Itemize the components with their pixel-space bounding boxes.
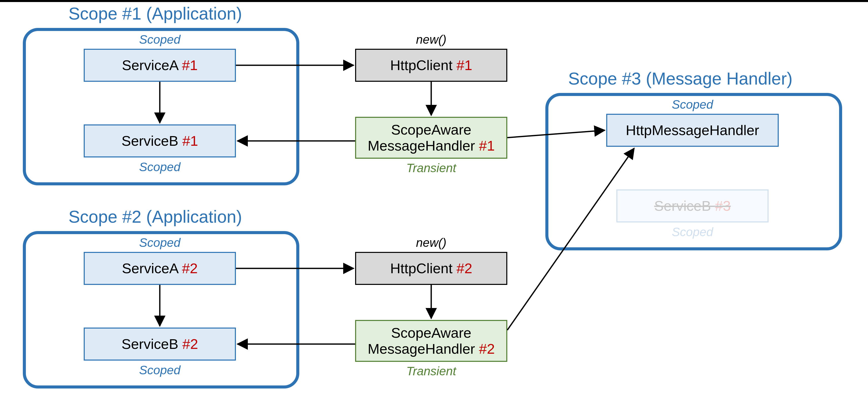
scope3-svcB3-lifetime: Scoped — [667, 225, 718, 239]
box-serviceB3-content: ServiceB #3 — [654, 198, 731, 214]
samh2-lifetime: Transient — [403, 364, 459, 378]
scope3-hmh-lifetime: Scoped — [667, 97, 718, 112]
box-serviceA1-num: #1 — [182, 57, 197, 74]
box-httpclient2: HttpClient #2 — [355, 252, 507, 285]
box-serviceB3-num: #3 — [715, 198, 731, 214]
box-samh1-content: ScopeAware MessageHandler #1 — [368, 122, 495, 154]
box-serviceB3-text: ServiceB — [654, 198, 715, 214]
box-samh2-line1: ScopeAware — [391, 325, 471, 341]
top-border — [0, 0, 868, 2]
scope3-title: Scope #3 (Message Handler) — [568, 68, 793, 88]
http2-new-label: new() — [416, 236, 446, 250]
scope2-svcA-lifetime: Scoped — [134, 236, 185, 250]
box-httpclient1-text: HttpClient — [390, 57, 456, 74]
box-serviceB1: ServiceB #1 — [84, 124, 236, 157]
box-serviceA2: ServiceA #2 — [84, 252, 236, 285]
box-samh2-num: #2 — [479, 341, 495, 357]
box-hmh-text: HttpMessageHandler — [626, 122, 759, 138]
box-serviceA2-num: #2 — [182, 261, 197, 277]
box-httpclient1-num: #1 — [457, 57, 472, 74]
scope1-title: Scope #1 (Application) — [68, 4, 242, 23]
scope2-svcB-lifetime: Scoped — [134, 363, 185, 377]
box-serviceB1-num: #1 — [182, 133, 198, 149]
box-httpclient2-text: HttpClient — [390, 261, 456, 277]
scope1-svcB-lifetime: Scoped — [134, 160, 185, 174]
diagram-canvas: Scope #1 (Application) Scoped ServiceA #… — [0, 0, 868, 405]
box-serviceB2: ServiceB #2 — [84, 327, 236, 360]
box-samh1-num: #1 — [479, 138, 495, 154]
scope1-svcA-lifetime: Scoped — [134, 32, 185, 47]
box-httpclient1: HttpClient #1 — [355, 49, 507, 82]
box-samh1-line1: ScopeAware — [391, 122, 471, 138]
box-serviceA1: ServiceA #1 — [84, 49, 236, 82]
box-samh2-content: ScopeAware MessageHandler #2 — [368, 325, 495, 357]
box-serviceB2-num: #2 — [182, 336, 198, 352]
box-serviceB3-faded: ServiceB #3 — [616, 190, 769, 223]
box-serviceB2-text: ServiceB — [122, 336, 182, 352]
box-scopeaware-mh1: ScopeAware MessageHandler #1 — [355, 117, 507, 159]
scope2-title: Scope #2 (Application) — [68, 207, 242, 227]
box-samh2-line2a: MessageHandler — [368, 341, 479, 357]
samh1-lifetime: Transient — [403, 161, 459, 175]
box-serviceB1-text: ServiceB — [122, 133, 182, 149]
box-httpmessagehandler: HttpMessageHandler — [606, 114, 779, 147]
box-httpclient2-num: #2 — [457, 261, 472, 277]
box-serviceA2-text: ServiceA — [122, 261, 182, 277]
box-samh1-line2a: MessageHandler — [368, 138, 479, 154]
box-serviceA1-text: ServiceA — [122, 57, 182, 74]
box-scopeaware-mh2: ScopeAware MessageHandler #2 — [355, 320, 507, 362]
http1-new-label: new() — [416, 32, 446, 47]
